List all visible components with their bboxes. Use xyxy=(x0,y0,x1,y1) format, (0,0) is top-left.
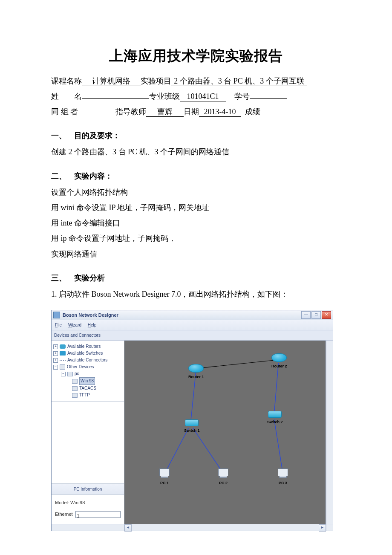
section-1-head: 一、 目的及要求： xyxy=(51,128,341,143)
menu-help[interactable]: Help xyxy=(88,323,97,327)
titlebar[interactable]: Boson Network Designer — □ ✕ xyxy=(52,310,333,320)
section-1-p1: 创建 2 个路由器、3 台 PC 机、3 个子网间的网络通信 xyxy=(51,145,341,159)
pc-info-model: Model: Win 98 xyxy=(55,498,121,507)
pc-info-eth-value[interactable]: 1 xyxy=(75,511,121,518)
meta-line-3: 同 组 者 指导教师曹辉 日期2013-4-10 成绩 xyxy=(51,104,341,119)
node-router1[interactable]: Router 1 xyxy=(188,364,204,381)
close-button[interactable]: ✕ xyxy=(322,311,331,319)
device-icon xyxy=(60,364,65,370)
tree-connectors[interactable]: +Available Connectors xyxy=(53,357,122,364)
report-title: 上海应用技术学院实验报告 xyxy=(51,43,341,69)
node-switch2[interactable]: Switch 2 xyxy=(267,411,283,426)
tree-other[interactable]: −Other Devices xyxy=(53,364,122,370)
node-pc1[interactable]: PC 1 xyxy=(159,468,170,487)
pc-info-body: Model: Win 98 Ethernet 1 xyxy=(52,495,124,524)
svg-line-0 xyxy=(197,360,279,368)
vertical-scrollbar[interactable] xyxy=(326,341,333,524)
node-router2[interactable]: Router 2 xyxy=(271,353,287,370)
wires xyxy=(124,341,326,524)
router-icon xyxy=(188,364,204,373)
svg-line-4 xyxy=(193,428,223,473)
app-icon xyxy=(53,312,60,318)
pc-icon xyxy=(72,386,78,391)
device-tree[interactable]: +Available Routers +Available Switches +… xyxy=(52,341,124,402)
pc-icon xyxy=(278,468,288,476)
menu-wizard[interactable]: Wizard xyxy=(68,323,81,327)
node-pc3[interactable]: PC 3 xyxy=(278,468,288,487)
svg-line-5 xyxy=(274,419,282,473)
pc-icon xyxy=(72,393,78,398)
scroll-left-button[interactable]: ◄ xyxy=(124,524,132,532)
pc-info-header: PC Information xyxy=(52,483,124,495)
section-2-p5: 实现网络通信 xyxy=(51,247,341,261)
meta-line-1: 课程名称计算机网络 实验项目2 个路由器、3 台 PC 机、3 个子网互联 xyxy=(51,74,341,88)
switch-icon xyxy=(268,411,282,418)
app-window: Boson Network Designer — □ ✕ FFileile Wi… xyxy=(51,310,333,531)
tree-tftp[interactable]: TFTP xyxy=(53,392,122,399)
switch-icon xyxy=(60,351,66,356)
section-2-head: 二、 实验内容： xyxy=(51,169,341,183)
section-2-p2: 用 wini 命令设置 IP 地址，子网掩码，网关地址 xyxy=(51,200,341,215)
pc-icon xyxy=(218,468,228,476)
node-switch1[interactable]: Switch 1 xyxy=(184,419,200,434)
meta-line-2: 姓 名 专业班级101041C1 学号 xyxy=(51,89,341,104)
maximize-button[interactable]: □ xyxy=(311,311,321,319)
pc-info-eth-label: Ethernet xyxy=(55,510,73,519)
svg-line-3 xyxy=(165,428,188,473)
section-3-p1: 1. 启动软件 Boson Network Designer 7.0，画出网络拓… xyxy=(51,287,341,301)
node-pc2[interactable]: PC 2 xyxy=(218,468,228,487)
devices-header: Devices and Connectors xyxy=(52,330,333,341)
tree-routers[interactable]: +Available Routers xyxy=(53,343,122,350)
pc-icon xyxy=(159,468,170,476)
minimize-button[interactable]: — xyxy=(301,311,311,319)
menu-file[interactable]: FFileile xyxy=(55,323,62,327)
pc-icon xyxy=(67,372,73,376)
section-3-head: 三、 实验分析 xyxy=(51,271,341,285)
router-icon xyxy=(60,344,66,349)
scroll-right-button[interactable]: ► xyxy=(319,524,326,532)
window-title: Boson Network Designer xyxy=(63,311,301,320)
topology-canvas[interactable]: Router 1 Router 2 Switch 1 Switch 2 PC 1 xyxy=(124,341,326,524)
connector-icon xyxy=(60,360,66,361)
section-2-p3: 用 inte 命令编辑接口 xyxy=(51,216,341,230)
menubar: FFileile Wizard Help xyxy=(52,320,333,330)
tree-pc[interactable]: −pc xyxy=(53,370,122,377)
sidebar: +Available Routers +Available Switches +… xyxy=(52,341,124,524)
switch-icon xyxy=(185,419,199,426)
horizontal-scrollbar[interactable]: ◄ ► xyxy=(52,524,333,531)
pc-icon xyxy=(72,379,78,384)
svg-line-2 xyxy=(274,363,278,413)
section-2-p4: 用 ip 命令设置子网地址，子网掩码， xyxy=(51,231,341,246)
section-2-p1: 设置个人网络拓扑结构 xyxy=(51,185,341,199)
tree-win98[interactable]: Win 98 xyxy=(53,377,122,385)
tree-tacacs[interactable]: TACACS xyxy=(53,385,122,392)
router-icon xyxy=(271,353,287,362)
tree-switches[interactable]: +Available Switches xyxy=(53,350,122,357)
